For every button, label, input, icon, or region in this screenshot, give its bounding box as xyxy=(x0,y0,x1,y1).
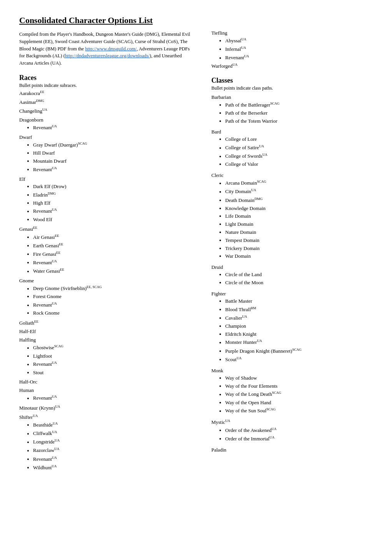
list-item: Air GenasiEE xyxy=(33,233,196,242)
race-name: Dragonborn xyxy=(19,117,196,123)
class-section: MonkWay of ShadowWay of the Four Element… xyxy=(211,368,373,415)
race-group: HumanRevenantUA xyxy=(19,387,196,402)
subraces-list: Gray Dwarf (Duergar)SCAGHill DwarfMounta… xyxy=(19,141,196,174)
list-item: Stout xyxy=(33,369,196,377)
race-name: GenasiEE xyxy=(19,226,196,232)
classes-header: Classes xyxy=(211,77,373,85)
adventurers-league-link[interactable]: http://dndadventurersleague.org/download… xyxy=(65,53,149,58)
race-name: Gnome xyxy=(19,278,196,284)
list-item: RevenantUA xyxy=(225,53,373,62)
list-item: RevenantUA xyxy=(33,301,196,309)
list-item: Gray Dwarf (Duergar)SCAG xyxy=(33,141,196,149)
list-item: Dark Elf (Drow) xyxy=(33,183,196,191)
race-group: HalflingGhostwiseSCAGLightfootRevenantUA… xyxy=(19,337,196,377)
list-item: ScoutUA xyxy=(225,355,373,364)
race-group: AasimarDMG xyxy=(19,99,196,105)
class-section: DruidCircle of the LandCircle of the Moo… xyxy=(211,264,373,287)
class-title: Bard xyxy=(211,129,373,135)
list-item: Blood ThrallBM xyxy=(225,305,373,314)
class-title: Druid xyxy=(211,264,373,270)
list-item: RevenantUA xyxy=(33,360,196,368)
race-group: DragonbornRevenantUA xyxy=(19,117,196,132)
list-item: Path of the Berserker xyxy=(225,109,373,117)
paths-list: Order of the AwakenedUAOrder of the Immo… xyxy=(211,426,373,443)
list-item: College of Lore xyxy=(225,135,373,143)
list-item: LongstrideUA xyxy=(33,438,196,446)
subraces-list: GhostwiseSCAGLightfootRevenantUAStout xyxy=(19,343,196,377)
class-section: BarbarianPath of the BattleragerSCAGPath… xyxy=(211,94,373,125)
list-item: Nature Domain xyxy=(225,228,373,237)
class-section: MysticUAOrder of the AwakenedUAOrder of … xyxy=(211,419,373,443)
list-item: RevenantUA xyxy=(33,455,196,463)
list-item: Forest Gnome xyxy=(33,293,196,301)
tiefling-name: Tiefling xyxy=(211,30,373,36)
race-name: Elf xyxy=(19,176,196,182)
list-item: Eldritch Knight xyxy=(225,330,373,338)
subraces-list: BeasthideUACliffwalkUALongstrideUARazorc… xyxy=(19,421,196,472)
list-item: Way of the Open Hand xyxy=(225,399,373,407)
subraces-list: Air GenasiEEEarth GenasiEEFire GenasiEER… xyxy=(19,233,196,276)
list-item: Life Domain xyxy=(225,212,373,220)
list-item: Lightfoot xyxy=(33,352,196,360)
class-section: Paladin xyxy=(211,447,373,453)
list-item: Monster HunterUA xyxy=(225,338,373,347)
list-item: EladrinDMG xyxy=(33,191,196,199)
list-item: Order of the ImmortalUA xyxy=(225,435,373,443)
list-item: CavalierUA xyxy=(225,314,373,322)
paths-list: College of LoreCollege of SatireUAColleg… xyxy=(211,135,373,168)
class-section: FighterBattle MasterBlood ThrallBMCavali… xyxy=(211,291,373,364)
race-group: GenasiEEAir GenasiEEEarth GenasiEEFire G… xyxy=(19,226,196,275)
list-item: College of SatireUA xyxy=(225,143,373,152)
paths-list: Path of the BattleragerSCAGPath of the B… xyxy=(211,101,373,125)
classes-note: Bullet points indicate class paths. xyxy=(211,85,373,91)
dmsguild-link[interactable]: http://www.dmsguild.com/ xyxy=(85,46,137,52)
list-item: Way of the Four Elements xyxy=(225,382,373,390)
list-item: Circle of the Moon xyxy=(225,279,373,287)
list-item: Death DomainDMG xyxy=(225,196,373,205)
race-name: Minotaur (Krynn)UA xyxy=(19,405,196,411)
races-header: Races xyxy=(19,74,196,82)
list-item: College of Valor xyxy=(225,160,373,168)
list-item: WildhuntUA xyxy=(33,463,196,472)
race-group: GnomeDeep Gnome (Svirfneblin)EE, SCAGFor… xyxy=(19,278,196,317)
subraces-list: RevenantUA xyxy=(19,123,196,132)
class-title: Cleric xyxy=(211,172,373,178)
race-group: ElfDark Elf (Drow)EladrinDMGHigh ElfReve… xyxy=(19,176,196,224)
list-item: War Domain xyxy=(225,252,373,260)
list-item: Way of the Long DeathSCAG xyxy=(225,390,373,398)
list-item: Path of the Totem Warrior xyxy=(225,117,373,125)
list-item: Purple Dragon Knight (Banneret)SCAG xyxy=(225,347,373,355)
paths-list: Circle of the LandCircle of the Moon xyxy=(211,271,373,287)
list-item: Knowledge Domain xyxy=(225,205,373,213)
list-item: RevenantUA xyxy=(33,207,196,215)
class-title: Monk xyxy=(211,368,373,374)
list-item: Order of the AwakenedUA xyxy=(225,426,373,435)
race-name: Dwarf xyxy=(19,134,196,140)
list-item: RevenantUA xyxy=(33,258,196,267)
subraces-list: Dark Elf (Drow)EladrinDMGHigh ElfRevenan… xyxy=(19,183,196,224)
list-item: Arcana DomainSCAG xyxy=(225,179,373,187)
race-group: GoliathEE xyxy=(19,320,196,326)
list-item: Way of the Sun SoulSCAG xyxy=(225,407,373,415)
list-item: Fire GenasiEE xyxy=(33,250,196,258)
subraces-list: RevenantUA xyxy=(19,394,196,402)
page-title: Consolidated Character Options List xyxy=(19,15,153,25)
classes-container: BarbarianPath of the BattleragerSCAGPath… xyxy=(211,94,373,453)
class-title: Fighter xyxy=(211,291,373,297)
race-name: Half-Orc xyxy=(19,379,196,385)
list-item: Water GenasiEE xyxy=(33,267,196,275)
races-container: AarakocraEEAasimarDMGChangelingUADragonb… xyxy=(19,90,196,472)
list-item: RazorclawUA xyxy=(33,446,196,455)
tiefling-container: TieflingAbyssalUAInfernalUARevenantUAWar… xyxy=(211,30,373,70)
race-group: AarakocraEE xyxy=(19,90,196,97)
list-item: City DomainUA xyxy=(225,187,373,196)
list-item: Path of the BattleragerSCAG xyxy=(225,101,373,109)
race-name: Human xyxy=(19,387,196,393)
race-name: Half-Elf xyxy=(19,328,196,335)
paths-list: Battle MasterBlood ThrallBMCavalierUACha… xyxy=(211,297,373,364)
race-group: DwarfGray Dwarf (Duergar)SCAGHill DwarfM… xyxy=(19,134,196,174)
list-item: College of SwordsUA xyxy=(225,152,373,160)
list-item: Trickery Domain xyxy=(225,245,373,253)
list-item: Deep Gnome (Svirfneblin)EE, SCAG xyxy=(33,284,196,293)
race-group: Minotaur (Krynn)UA xyxy=(19,405,196,411)
